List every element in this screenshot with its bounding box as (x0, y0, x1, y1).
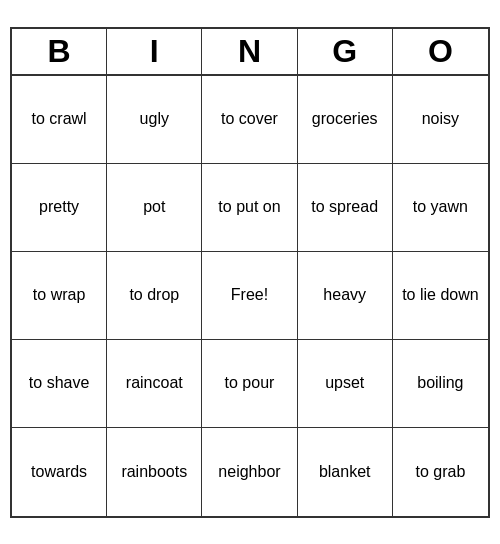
bingo-cell-6: pot (107, 164, 202, 252)
bingo-cell-5: pretty (12, 164, 107, 252)
bingo-cell-3: groceries (298, 76, 393, 164)
bingo-cell-9: to yawn (393, 164, 488, 252)
bingo-cell-15: to shave (12, 340, 107, 428)
header-n: N (202, 29, 297, 74)
header-i: I (107, 29, 202, 74)
bingo-cell-13: heavy (298, 252, 393, 340)
bingo-header: B I N G O (12, 29, 488, 76)
bingo-cell-20: towards (12, 428, 107, 516)
bingo-cell-23: blanket (298, 428, 393, 516)
bingo-cell-10: to wrap (12, 252, 107, 340)
bingo-cell-16: raincoat (107, 340, 202, 428)
header-g: G (298, 29, 393, 74)
bingo-cell-7: to put on (202, 164, 297, 252)
bingo-cell-1: ugly (107, 76, 202, 164)
bingo-cell-22: neighbor (202, 428, 297, 516)
bingo-cell-24: to grab (393, 428, 488, 516)
header-o: O (393, 29, 488, 74)
bingo-cell-14: to lie down (393, 252, 488, 340)
bingo-cell-21: rainboots (107, 428, 202, 516)
bingo-cell-4: noisy (393, 76, 488, 164)
bingo-cell-18: upset (298, 340, 393, 428)
bingo-card: B I N G O to crawluglyto covergroceriesn… (10, 27, 490, 518)
bingo-cell-12: Free! (202, 252, 297, 340)
bingo-cell-8: to spread (298, 164, 393, 252)
bingo-grid: to crawluglyto covergroceriesnoisypretty… (12, 76, 488, 516)
bingo-cell-17: to pour (202, 340, 297, 428)
bingo-cell-19: boiling (393, 340, 488, 428)
header-b: B (12, 29, 107, 74)
bingo-cell-11: to drop (107, 252, 202, 340)
bingo-cell-0: to crawl (12, 76, 107, 164)
bingo-cell-2: to cover (202, 76, 297, 164)
